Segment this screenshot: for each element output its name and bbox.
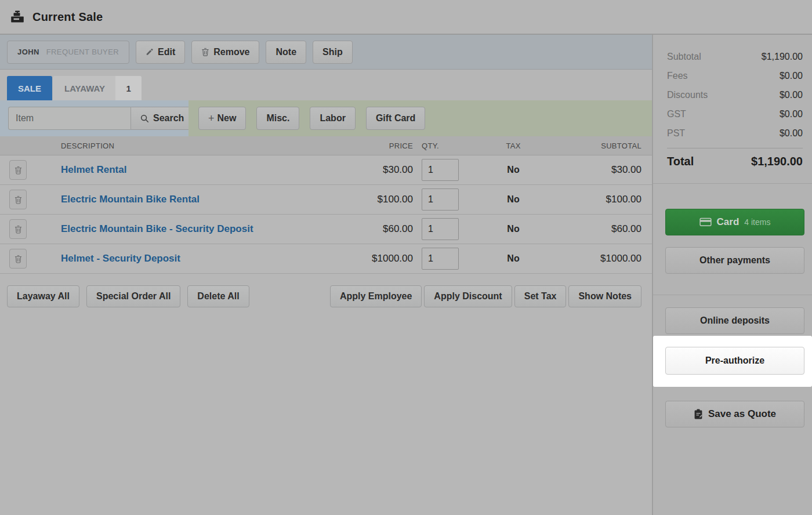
misc-label: Misc. bbox=[266, 113, 289, 124]
layaway-all-label: Layaway All bbox=[17, 291, 70, 302]
totals-divider bbox=[667, 148, 803, 148]
layaway-all-button[interactable]: Layaway All bbox=[7, 285, 79, 307]
item-tax: No bbox=[470, 165, 557, 175]
sale-main-panel: JOHN FREQUENT BUYER Edit Remove Note bbox=[0, 35, 652, 515]
save-as-quote-button[interactable]: Save as Quote bbox=[665, 401, 804, 427]
trash-icon bbox=[14, 166, 22, 175]
edit-customer-label: Edit bbox=[158, 47, 175, 57]
trash-icon bbox=[14, 195, 22, 204]
labor-label: Labor bbox=[320, 113, 345, 124]
table-row: Helmet Rental $30.00 No $30.00 bbox=[0, 155, 652, 185]
item-search-area: Search bbox=[0, 100, 188, 136]
trash-icon bbox=[201, 48, 209, 56]
fees-value: $0.00 bbox=[780, 71, 803, 81]
qty-input[interactable] bbox=[422, 159, 459, 181]
tab-sale[interactable]: SALE bbox=[7, 76, 52, 100]
qty-input[interactable] bbox=[422, 248, 459, 270]
item-price: $1000.00 bbox=[351, 253, 413, 264]
totals-row-fees: Fees $0.00 bbox=[667, 66, 803, 85]
ship-label: Ship bbox=[322, 47, 343, 57]
clipboard-icon bbox=[694, 409, 703, 419]
item-link[interactable]: Electric Mountain Bike Rental bbox=[61, 194, 200, 205]
item-link[interactable]: Helmet Rental bbox=[61, 164, 126, 175]
checkout-sidebar: Subtotal $1,190.00 Fees $0.00 Discounts … bbox=[652, 35, 812, 515]
col-tax: TAX bbox=[470, 142, 557, 150]
bulk-actions-row: Layaway All Special Order All Delete All… bbox=[0, 274, 652, 307]
edit-customer-button[interactable]: Edit bbox=[136, 41, 185, 64]
ship-button[interactable]: Ship bbox=[313, 41, 353, 64]
apply-employee-label: Apply Employee bbox=[340, 291, 412, 302]
other-payments-label: Other payments bbox=[699, 255, 770, 266]
total-row: Total $1,190.00 bbox=[667, 155, 803, 168]
delete-line-button[interactable] bbox=[9, 219, 27, 239]
item-subtotal: $1000.00 bbox=[557, 253, 652, 264]
quick-add-area: + New Misc. Labor Gift Card bbox=[188, 100, 652, 136]
item-link[interactable]: Electric Mountain Bike - Security Deposi… bbox=[61, 223, 253, 234]
pencil-icon bbox=[146, 48, 154, 56]
apply-employee-button[interactable]: Apply Employee bbox=[330, 285, 422, 307]
gst-label: GST bbox=[667, 109, 686, 119]
totals-panel: Subtotal $1,190.00 Fees $0.00 Discounts … bbox=[653, 35, 812, 184]
plus-icon: + bbox=[208, 113, 215, 124]
customer-tag: FREQUENT BUYER bbox=[46, 48, 119, 56]
pre-authorize-button[interactable]: Pre-authorize bbox=[665, 347, 804, 375]
note-button[interactable]: Note bbox=[266, 41, 306, 64]
card-payment-button[interactable]: Card 4 items bbox=[665, 209, 804, 235]
misc-button[interactable]: Misc. bbox=[256, 107, 299, 130]
subtotal-label: Subtotal bbox=[667, 52, 701, 62]
special-order-all-label: Special Order All bbox=[96, 291, 171, 302]
card-items-count: 4 items bbox=[744, 217, 770, 227]
subtotal-value: $1,190.00 bbox=[762, 52, 803, 62]
tab-layaway[interactable]: LAYAWAY 1 bbox=[53, 76, 142, 100]
customer-bar: JOHN FREQUENT BUYER Edit Remove Note bbox=[0, 35, 652, 70]
delete-line-button[interactable] bbox=[9, 160, 27, 180]
trash-icon bbox=[14, 255, 22, 263]
item-link[interactable]: Helmet - Security Deposit bbox=[61, 253, 180, 264]
labor-button[interactable]: Labor bbox=[310, 107, 355, 130]
customer-name: JOHN bbox=[17, 48, 39, 56]
qty-input[interactable] bbox=[422, 188, 459, 211]
col-qty: QTY. bbox=[413, 142, 470, 150]
tab-layaway-label: LAYAWAY bbox=[53, 84, 115, 93]
show-notes-button[interactable]: Show Notes bbox=[568, 285, 641, 307]
pst-label: PST bbox=[667, 128, 685, 139]
item-entry-strip: Search + New Misc. Labor Gift Card bbox=[0, 100, 652, 136]
apply-discount-button[interactable]: Apply Discount bbox=[424, 285, 512, 307]
qty-input[interactable] bbox=[422, 218, 459, 240]
delete-all-button[interactable]: Delete All bbox=[187, 285, 249, 307]
trash-icon bbox=[14, 225, 22, 234]
search-icon bbox=[140, 114, 149, 123]
special-order-all-button[interactable]: Special Order All bbox=[86, 285, 180, 307]
discounts-label: Discounts bbox=[667, 90, 708, 100]
item-subtotal: $30.00 bbox=[557, 164, 652, 176]
col-description: DESCRIPTION bbox=[61, 142, 351, 150]
online-deposits-button[interactable]: Online deposits bbox=[665, 307, 804, 334]
col-price: PRICE bbox=[351, 142, 413, 150]
customer-chip[interactable]: JOHN FREQUENT BUYER bbox=[7, 41, 129, 64]
item-price: $60.00 bbox=[351, 223, 413, 235]
bulk-actions-right: Apply Employee Apply Discount Set Tax Sh… bbox=[330, 285, 641, 307]
totals-row-subtotal: Subtotal $1,190.00 bbox=[667, 47, 803, 66]
items-table-header: DESCRIPTION PRICE QTY. TAX SUBTOTAL bbox=[0, 136, 652, 155]
remove-customer-button[interactable]: Remove bbox=[191, 41, 259, 64]
gift-card-button[interactable]: Gift Card bbox=[366, 107, 425, 130]
item-search-input[interactable] bbox=[8, 107, 130, 130]
credit-card-icon bbox=[699, 217, 712, 227]
fees-label: Fees bbox=[667, 71, 688, 81]
set-tax-button[interactable]: Set Tax bbox=[514, 285, 567, 307]
cash-register-icon bbox=[10, 10, 24, 23]
search-button[interactable]: Search bbox=[130, 107, 194, 130]
total-value: $1,190.00 bbox=[751, 155, 803, 168]
new-item-button[interactable]: + New bbox=[198, 107, 246, 130]
delete-line-button[interactable] bbox=[9, 249, 27, 269]
card-button-label: Card bbox=[717, 216, 740, 228]
bulk-actions-left: Layaway All Special Order All Delete All bbox=[7, 285, 249, 307]
other-payments-button[interactable]: Other payments bbox=[665, 247, 804, 274]
pre-authorize-label: Pre-authorize bbox=[705, 356, 764, 366]
delete-all-label: Delete All bbox=[197, 291, 239, 302]
item-tax: No bbox=[470, 253, 557, 264]
totals-row-discounts: Discounts $0.00 bbox=[667, 85, 803, 104]
show-notes-label: Show Notes bbox=[578, 291, 632, 302]
delete-line-button[interactable] bbox=[9, 190, 27, 209]
item-price: $100.00 bbox=[351, 194, 413, 205]
